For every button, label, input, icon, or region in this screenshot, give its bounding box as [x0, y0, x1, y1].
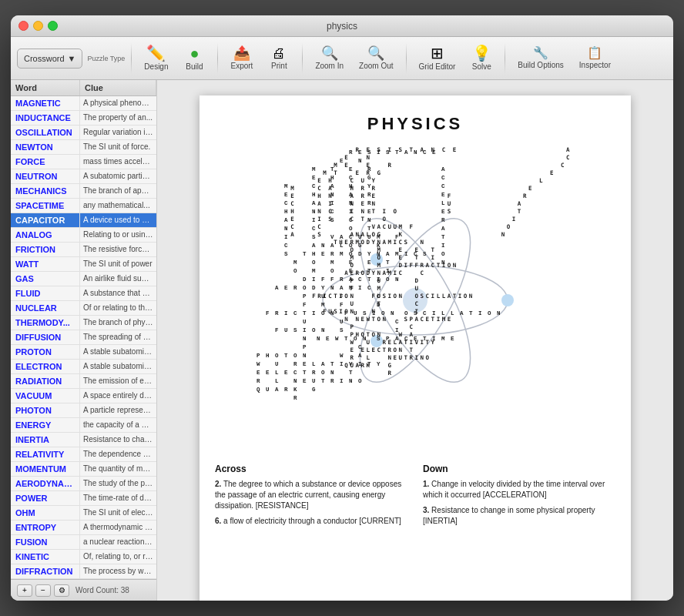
word-cell: ENERGY: [11, 418, 80, 432]
list-item[interactable]: PHOTON A particle represent...: [11, 403, 156, 418]
clue-cell: A physical phenom...: [80, 96, 156, 110]
list-item[interactable]: INERTIA Resistance to chan...: [11, 433, 156, 447]
clue-cell: Of or relating to the...: [80, 301, 156, 315]
sidebar: Word Clue MAGNETIC A physical phenom... …: [11, 80, 157, 601]
list-item[interactable]: WATT The SI unit of power: [11, 257, 156, 272]
list-item[interactable]: VACUUM A space entirely de...: [11, 389, 156, 403]
list-item[interactable]: FRICTION The resistive force t...: [11, 243, 156, 257]
clue-cell: Resistance to chan...: [80, 433, 156, 447]
print-button[interactable]: 🖨 Print: [262, 43, 296, 73]
clue-cell: The resistive force t...: [80, 243, 156, 256]
clue-cell: the capacity of a ph...: [80, 418, 156, 432]
word-cell: POWER: [11, 491, 80, 505]
list-item[interactable]: THERMODY... The branch of phys...: [11, 316, 156, 330]
clue-cell: any mathematical...: [80, 199, 156, 213]
list-item[interactable]: NEWTON The SI unit of force.: [11, 140, 156, 155]
word-cell: DIFFUSION: [11, 330, 80, 344]
word-cell: PHOTON: [11, 403, 80, 417]
clue-cell: The SI unit of power: [80, 257, 156, 271]
clue-cell: The emission of en...: [80, 374, 156, 388]
crossword-grid-area: R E S I S T A N C E A E N C M E E R C M …: [215, 146, 615, 454]
toolbar-divider-1: [131, 43, 132, 74]
list-item[interactable]: NUCLEAR Of or relating to the...: [11, 301, 156, 316]
clue-cell: Regular variation in...: [80, 126, 156, 139]
word-cell: INDUCTANCE: [11, 111, 80, 125]
word-cell: OHM: [11, 506, 80, 520]
list-item[interactable]: GAS An airlike fluid subst...: [11, 272, 156, 286]
design-button[interactable]: ✏️ Design: [138, 42, 174, 74]
list-item[interactable]: ANALOG Relating to or using...: [11, 228, 156, 243]
list-item[interactable]: MECHANICS The branch of appli...: [11, 184, 156, 199]
list-item[interactable]: ELECTRON A stable subatomic...: [11, 360, 156, 374]
list-item[interactable]: RADIATION The emission of en...: [11, 374, 156, 389]
toolbar: Crossword ▼ Puzzle Type ✏️ Design ● Buil…: [11, 37, 673, 80]
list-item[interactable]: OSCILLATION Regular variation in...: [11, 126, 156, 140]
toolbar-divider-2: [217, 43, 218, 74]
list-item[interactable]: ENTROPY A thermodynamic q...: [11, 521, 156, 535]
zoom-button[interactable]: [48, 21, 58, 31]
zoom-out-button[interactable]: 🔍 Zoom Out: [353, 43, 399, 73]
traffic-lights: [18, 21, 58, 31]
list-item[interactable]: MAGNETIC A physical phenom...: [11, 96, 156, 111]
window-title: physics: [327, 21, 357, 32]
toolbar-divider-3: [302, 43, 303, 74]
list-item[interactable]: DIFFRACTION The process by whi...: [11, 564, 156, 579]
inspector-button[interactable]: 📋 Inspector: [573, 44, 617, 72]
build-options-button[interactable]: 🔧 Build Options: [511, 44, 569, 72]
list-item[interactable]: POWER The time-rate of doi...: [11, 491, 156, 506]
across-clues: Across 2. The degree to which a substanc…: [215, 464, 407, 531]
list-item[interactable]: NEUTRON A subatomic particl...: [11, 169, 156, 184]
add-word-button[interactable]: +: [17, 584, 32, 597]
word-column-header: Word: [11, 80, 80, 95]
clue-cell: An airlike fluid subst...: [80, 272, 156, 286]
inspector-icon: 📋: [587, 47, 602, 59]
list-item[interactable]: FUSION a nuclear reaction i...: [11, 535, 156, 550]
clue-cell: A thermodynamic q...: [80, 521, 156, 534]
zoom-in-button[interactable]: 🔍 Zoom In: [309, 43, 350, 73]
clue-across-6: 6. a flow of electricity through a condu…: [215, 516, 407, 527]
clue-cell: a nuclear reaction i...: [80, 535, 156, 549]
build-icon: ●: [189, 45, 199, 61]
inspector-label: Inspector: [579, 61, 611, 69]
list-item[interactable]: OHM The SI unit of electr...: [11, 506, 156, 521]
clue-cell: The process by whi...: [80, 564, 156, 578]
word-settings-button[interactable]: ⚙: [54, 584, 69, 597]
list-item[interactable]: CAPACITOR A device used to st...: [11, 213, 156, 228]
puzzle-type-sublabel: Puzzle Type: [87, 55, 125, 62]
list-item[interactable]: FLUID A substance that ha...: [11, 286, 156, 301]
word-cell: CAPACITOR: [11, 213, 80, 227]
list-item[interactable]: ENERGY the capacity of a ph...: [11, 418, 156, 433]
clue-cell: The SI unit of electr...: [80, 506, 156, 520]
close-button[interactable]: [18, 21, 28, 31]
solve-icon: 💡: [472, 45, 491, 61]
list-item[interactable]: RELATIVITY The dependence of...: [11, 447, 156, 462]
content-area[interactable]: PHYSICS: [157, 80, 673, 601]
word-cell: FORCE: [11, 155, 80, 169]
list-item[interactable]: KINETIC Of, relating to, or re...: [11, 550, 156, 564]
minimize-button[interactable]: [33, 21, 43, 31]
document-page: PHYSICS: [200, 95, 631, 601]
puzzle-title: PHYSICS: [215, 114, 615, 134]
down-heading: Down: [423, 464, 615, 474]
word-cell: VACUUM: [11, 389, 80, 403]
grid-editor-button[interactable]: ⊞ Grid Editor: [413, 42, 462, 74]
list-item[interactable]: DIFFUSION The spreading of s...: [11, 330, 156, 345]
list-item[interactable]: PROTON A stable subatomic...: [11, 345, 156, 360]
grid-editor-label: Grid Editor: [419, 62, 456, 71]
word-cell: THERMODY...: [11, 316, 80, 330]
puzzle-type-selector[interactable]: Crossword ▼: [17, 49, 82, 69]
word-cell: AERODYNAMIC: [11, 477, 80, 490]
build-button[interactable]: ● Build: [177, 42, 211, 74]
solve-button[interactable]: 💡 Solve: [464, 42, 498, 74]
list-item[interactable]: FORCE mass times acceler...: [11, 155, 156, 169]
list-item[interactable]: MOMENTUM The quantity of moti...: [11, 462, 156, 477]
clue-across-2: 2. The degree to which a substance or de…: [215, 479, 407, 511]
list-item[interactable]: AERODYNAMIC The study of the pr...: [11, 477, 156, 491]
word-cell: PROTON: [11, 345, 80, 359]
build-options-label: Build Options: [518, 61, 563, 69]
export-button[interactable]: 📤 Export: [224, 43, 259, 73]
remove-word-button[interactable]: −: [35, 584, 51, 597]
list-item[interactable]: INDUCTANCE The property of an...: [11, 111, 156, 126]
word-cell: SPACETIME: [11, 199, 80, 213]
list-item[interactable]: SPACETIME any mathematical...: [11, 199, 156, 213]
